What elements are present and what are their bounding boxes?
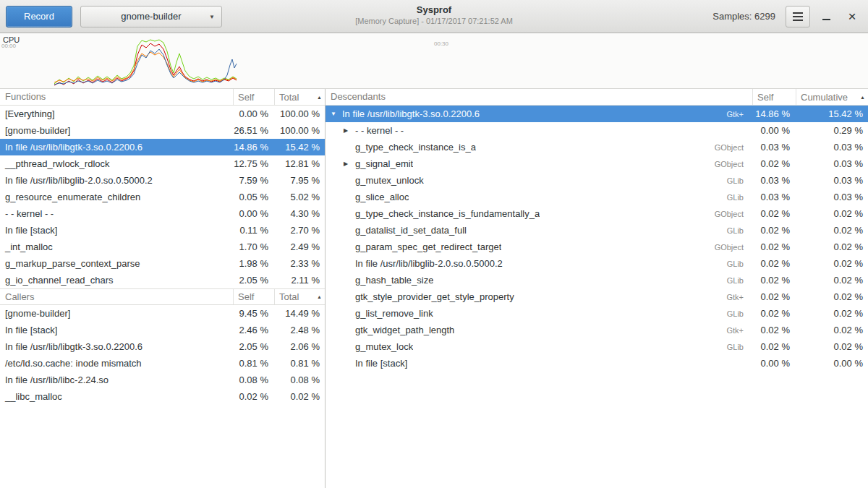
expander-open-icon[interactable]: ▼ — [331, 111, 342, 117]
table-row[interactable]: - - kernel - -0.00 %4.30 % — [0, 205, 325, 222]
tree-row[interactable]: g_datalist_id_set_data_fullGLib0.02 %0.0… — [326, 222, 868, 239]
total-value: 2.70 % — [274, 225, 325, 236]
table-row[interactable]: g_markup_parse_context_parse1.98 %2.33 % — [0, 255, 325, 272]
sort-indicator-icon: ▲ — [860, 90, 865, 105]
table-row[interactable]: In file /usr/lib/libglib-2.0.so.0.5000.2… — [0, 172, 325, 189]
record-button[interactable]: Record — [6, 6, 72, 27]
cumulative-value: 0.00 % — [796, 358, 868, 369]
expander-closed-icon[interactable]: ▶ — [344, 160, 355, 167]
library-tag: Gtk+ — [719, 110, 752, 119]
tree-row[interactable]: g_type_check_instance_is_aGObject0.03 %0… — [326, 139, 868, 155]
self-value: 0.02 % — [752, 258, 796, 269]
table-row[interactable]: In file [stack]2.46 %2.48 % — [0, 322, 325, 338]
self-value: 0.00 % — [233, 108, 274, 119]
tree-row[interactable]: g_param_spec_get_redirect_targetGObject0… — [326, 239, 868, 255]
table-row[interactable]: In file /usr/lib/libgtk-3.so.0.2200.614.… — [0, 139, 325, 155]
tree-row[interactable]: ▶g_signal_emitGObject0.02 %0.03 % — [326, 155, 868, 172]
column-header-cumulative[interactable]: Cumulative ▲ — [796, 89, 868, 105]
column-header-total[interactable]: Total ▲ — [274, 89, 325, 105]
function-name: [gnome-builder] — [0, 125, 233, 136]
process-selector[interactable]: gnome-builder ▼ — [80, 6, 222, 27]
function-name: In file /usr/lib/libgtk-3.so.0.2200.6 — [0, 142, 233, 153]
table-row[interactable]: __pthread_rwlock_rdlock12.75 %12.81 % — [0, 155, 325, 172]
tree-row[interactable]: ▼In file /usr/lib/libgtk-3.so.0.2200.6Gt… — [326, 106, 868, 122]
total-value: 2.33 % — [274, 258, 325, 269]
self-value: 14.86 % — [752, 108, 796, 119]
time-label-mid: 00:30 — [434, 40, 448, 47]
library-tag: GLib — [720, 226, 752, 235]
self-value: 0.05 % — [233, 192, 274, 202]
table-row[interactable]: g_io_channel_read_chars2.05 %2.11 % — [0, 272, 325, 288]
column-header-descendants[interactable]: Descendants — [326, 89, 752, 105]
table-row[interactable]: /etc/ld.so.cache: inode mismatch0.81 %0.… — [0, 355, 325, 372]
column-header-self[interactable]: Self — [233, 289, 274, 304]
function-name: g_signal_emit — [355, 158, 413, 169]
menu-button[interactable] — [786, 6, 810, 27]
table-row[interactable]: [gnome-builder]26.51 %100.00 % — [0, 122, 325, 139]
self-value: 0.81 % — [233, 358, 274, 369]
self-value: 0.00 % — [233, 208, 274, 219]
self-value: 14.86 % — [233, 142, 274, 153]
minimize-button[interactable] — [816, 7, 836, 27]
self-value: 7.59 % — [233, 175, 274, 186]
tree-row[interactable]: gtk_style_provider_get_style_propertyGtk… — [326, 288, 868, 305]
tree-row-name-cell: In file [stack] — [326, 358, 752, 369]
column-header-functions[interactable]: Functions — [0, 89, 233, 105]
self-value: 0.00 % — [752, 125, 796, 136]
column-header-self[interactable]: Self — [233, 89, 274, 105]
close-button[interactable]: × — [842, 7, 862, 27]
tree-row[interactable]: g_hash_table_sizeGLib0.02 %0.02 % — [326, 272, 868, 288]
expander-closed-icon[interactable]: ▶ — [344, 127, 355, 134]
library-tag: Gtk+ — [719, 293, 752, 301]
total-value: 15.42 % — [274, 142, 325, 153]
table-row[interactable]: In file /usr/lib/libc-2.24.so0.08 %0.08 … — [0, 372, 325, 388]
column-header-cumulative-label: Cumulative — [801, 90, 848, 105]
function-name: In file [stack] — [355, 358, 407, 369]
tree-row[interactable]: g_list_remove_linkGLib0.02 %0.02 % — [326, 305, 868, 322]
column-header-total-label: Total — [279, 289, 299, 304]
self-value: 0.08 % — [233, 374, 274, 385]
cumulative-value: 0.03 % — [796, 158, 868, 169]
column-header-self[interactable]: Self — [752, 89, 796, 105]
function-name: g_resource_enumerate_children — [0, 192, 233, 202]
headerbar: Record gnome-builder ▼ Sysprof [Memory C… — [0, 0, 868, 33]
total-value: 0.02 % — [274, 391, 325, 402]
tree-row[interactable]: gtk_widget_path_lengthGtk+0.02 %0.02 % — [326, 322, 868, 338]
column-header-total[interactable]: Total ▲ — [274, 289, 325, 304]
table-row[interactable]: g_resource_enumerate_children0.05 %5.02 … — [0, 189, 325, 205]
library-tag: GLib — [720, 309, 752, 318]
table-row[interactable]: _int_malloc1.70 %2.49 % — [0, 239, 325, 255]
tree-row[interactable]: g_mutex_unlockGLib0.03 %0.03 % — [326, 172, 868, 189]
close-icon: × — [848, 9, 856, 23]
self-value: 2.46 % — [233, 325, 274, 335]
callers-list: [gnome-builder]9.45 %14.49 %In file [sta… — [0, 305, 325, 405]
cumulative-value: 0.02 % — [796, 291, 868, 302]
self-value: 0.02 % — [752, 291, 796, 302]
table-row[interactable]: [gnome-builder]9.45 %14.49 % — [0, 305, 325, 322]
table-row[interactable]: In file [stack]0.11 %2.70 % — [0, 222, 325, 239]
tree-row[interactable]: In file /usr/lib/libglib-2.0.so.0.5000.2… — [326, 255, 868, 272]
function-name: In file [stack] — [0, 225, 233, 236]
tree-row[interactable]: g_slice_allocGLib0.03 %0.03 % — [326, 189, 868, 205]
cumulative-value: 0.02 % — [796, 208, 868, 219]
tree-row-name-cell: gtk_style_provider_get_style_propertyGtk… — [326, 291, 752, 302]
tree-row[interactable]: g_mutex_lockGLib0.02 %0.02 % — [326, 338, 868, 355]
function-name: g_hash_table_size — [355, 275, 433, 286]
tree-row[interactable]: ▶- - kernel - -0.00 %0.29 % — [326, 122, 868, 139]
column-header-callers[interactable]: Callers — [0, 289, 233, 304]
self-value: 0.02 % — [752, 225, 796, 236]
tree-row[interactable]: In file [stack]0.00 %0.00 % — [326, 355, 868, 372]
cumulative-value: 15.42 % — [796, 108, 868, 119]
descendants-tree: ▼In file /usr/lib/libgtk-3.so.0.2200.6Gt… — [326, 106, 868, 372]
table-row[interactable]: [Everything]0.00 %100.00 % — [0, 106, 325, 122]
cumulative-value: 0.02 % — [796, 341, 868, 352]
total-value: 2.49 % — [274, 241, 325, 252]
tree-row[interactable]: g_type_check_instance_is_fundamentally_a… — [326, 205, 868, 222]
table-row[interactable]: In file /usr/lib/libgtk-3.so.0.2200.62.0… — [0, 338, 325, 355]
table-row[interactable]: __libc_malloc0.02 %0.02 % — [0, 388, 325, 405]
functions-header: Functions Self Total ▲ — [0, 89, 325, 106]
tree-row-name-cell: ▶- - kernel - - — [326, 125, 752, 136]
cpu-graph[interactable]: CPU 00:00 00:30 — [0, 33, 868, 89]
tree-row-name-cell: ▼In file /usr/lib/libgtk-3.so.0.2200.6Gt… — [326, 108, 752, 119]
library-tag: GObject — [707, 243, 752, 252]
